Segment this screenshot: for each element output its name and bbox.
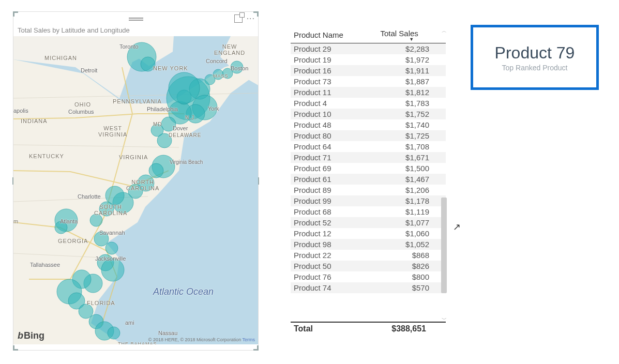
total-value: $388,651 [391,324,443,333]
cell-name: Product 61 [291,174,377,185]
cell-name: Product 48 [291,119,377,130]
more-options-icon[interactable]: ··· [247,14,255,23]
cell-name: Product 64 [291,141,377,152]
cell-sales: $1,752 [377,109,446,119]
scroll-up-icon[interactable]: ︿ [440,27,448,35]
total-label: Total [294,324,313,333]
credits-text: © 2018 HERE, © 2018 Microsoft Corporatio… [148,337,241,342]
cell-name: Product 98 [291,239,377,250]
cell-sales: $1,671 [377,152,446,163]
table-row[interactable]: Product 4$1,783 [291,98,446,109]
visual-header: ··· [13,12,258,26]
map-svg [13,36,258,344]
cell-name: Product 89 [291,185,377,195]
resize-handle[interactable] [13,345,18,351]
table-row[interactable]: Product 10$1,752 [291,109,446,119]
resize-handle[interactable] [253,345,259,351]
table-footer: Total $388,651 [291,322,446,335]
scrollbar-thumb[interactable] [441,198,447,293]
cell-sales: $1,783 [377,98,446,109]
map-bubble[interactable] [141,57,155,71]
map-visual[interactable]: ··· Total Sales by Latitude and Longitud… [13,11,259,351]
table-row[interactable]: Product 16$1,911 [291,65,446,76]
table-row[interactable]: Product 68$1,119 [291,206,446,217]
table-row[interactable]: Product 52$1,077 [291,217,446,228]
table-row[interactable]: Product 11$1,812 [291,87,446,98]
cell-name: Product 10 [291,109,377,119]
table-row[interactable]: Product 12$1,060 [291,228,446,239]
col-name-label: Product Name [294,31,343,39]
table-row[interactable]: Product 89$1,206 [291,185,446,195]
cell-sales: $1,708 [377,141,446,152]
table-row[interactable]: Product 99$1,178 [291,195,446,206]
terms-link[interactable]: Terms [243,337,255,342]
table-row[interactable]: Product 80$1,725 [291,130,446,141]
cell-sales: $868 [377,250,446,261]
table-row[interactable]: Product 29$2,283 [291,43,446,55]
table-row[interactable]: Product 69$1,500 [291,163,446,174]
cell-sales: $1,725 [377,130,446,141]
cursor-icon: ↖ [453,221,461,233]
map-bubble[interactable] [94,232,109,246]
cell-sales: $1,812 [377,87,446,98]
table-row[interactable]: Product 98$1,052 [291,239,446,250]
table-row[interactable]: Product 73$1,887 [291,76,446,87]
cell-name: Product 19 [291,54,377,65]
cell-sales: $1,467 [377,174,446,185]
map-bubble[interactable] [105,242,118,254]
map-body[interactable]: MICHIGAN Detroit Toronto NEW YORK NEW EN… [13,36,258,344]
column-header-sales[interactable]: Total Sales ▼ [377,27,446,43]
cell-sales: $1,077 [377,217,446,228]
table-row[interactable]: Product 22$868 [291,250,446,261]
table-row[interactable]: Product 71$1,671 [291,152,446,163]
cell-name: Product 73 [291,76,377,87]
card-visual[interactable]: Product 79 Top Ranked Product [471,25,599,90]
map-bubble[interactable] [222,68,233,79]
cell-sales: $1,740 [377,119,446,130]
table-row[interactable]: Product 19$1,972 [291,54,446,65]
map-bubble[interactable] [149,163,163,178]
map-bubble[interactable] [99,202,114,216]
cell-sales: $1,887 [377,76,446,87]
cell-sales: $2,283 [377,43,446,55]
cell-sales: $570 [377,282,446,293]
scroll-down-icon[interactable]: ﹀ [440,315,448,324]
table-row[interactable]: Product 76$800 [291,271,446,282]
cell-name: Product 11 [291,87,377,98]
map-bubble[interactable] [108,327,120,339]
map-credits: © 2018 HERE, © 2018 Microsoft Corporatio… [148,337,255,342]
cell-sales: $1,178 [377,195,446,206]
table-row[interactable]: Product 48$1,740 [291,119,446,130]
table-row[interactable]: Product 74$570 [291,282,446,293]
cell-sales: $1,500 [377,163,446,174]
cell-name: Product 16 [291,65,377,76]
map-bubble[interactable] [90,214,102,226]
focus-mode-icon[interactable] [234,14,243,23]
map-bubble[interactable] [55,221,67,234]
map-bubble[interactable] [169,72,200,103]
scrollbar[interactable]: ︿ ﹀ [440,27,448,324]
drag-handle-icon[interactable] [129,18,143,21]
cell-sales: $1,972 [377,54,446,65]
map-bubble[interactable] [213,69,223,80]
cell-name: Product 99 [291,195,377,206]
map-bubble[interactable] [157,133,172,148]
table-row[interactable]: Product 64$1,708 [291,141,446,152]
table-row[interactable]: Product 50$826 [291,261,446,271]
cell-name: Product 22 [291,250,377,261]
cell-name: Product 69 [291,163,377,174]
table-visual[interactable]: Product Name Total Sales ▼ Product 29$2,… [291,27,446,335]
cell-name: Product 29 [291,43,377,55]
cell-sales: $1,119 [377,206,446,217]
column-header-name[interactable]: Product Name [291,27,377,43]
bing-text: Bing [24,330,44,341]
cell-sales: $826 [377,261,446,271]
map-bubble[interactable] [101,259,124,281]
cell-sales: $1,060 [377,228,446,239]
card-label: Top Ranked Product [502,64,568,72]
cell-sales: $800 [377,271,446,282]
table-row[interactable]: Product 61$1,467 [291,174,446,185]
sort-desc-icon: ▼ [380,38,443,41]
cell-name: Product 80 [291,130,377,141]
scrollbar-track[interactable] [440,35,448,315]
